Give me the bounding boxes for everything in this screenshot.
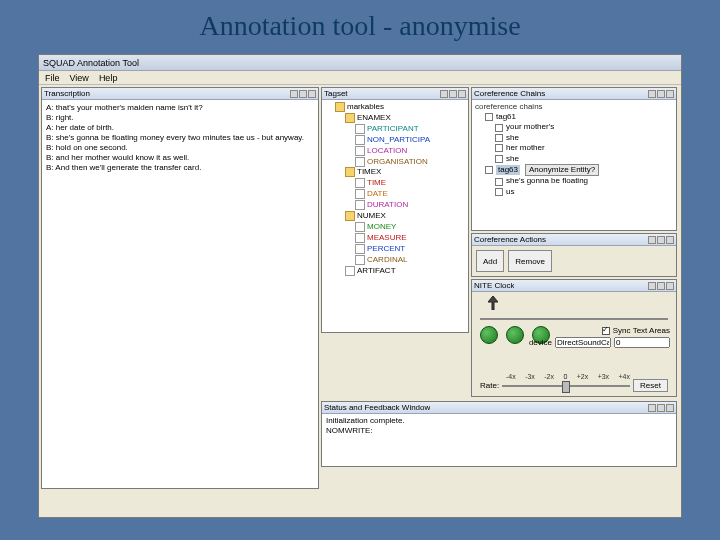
panel-header: Coreference Actions — [472, 234, 676, 246]
transcript-line[interactable]: B: she's gonna be floating money every t… — [46, 133, 314, 143]
max-icon[interactable] — [449, 90, 457, 98]
status-line: NOMWRITE: — [326, 426, 672, 436]
close-icon[interactable] — [666, 90, 674, 98]
transcript-line[interactable]: B: hold on one second. — [46, 143, 314, 153]
panel-header: Coreference Chains — [472, 88, 676, 100]
chains-body: coreference chains tag61 your mother's s… — [472, 100, 676, 199]
clock-options: Sync Text Areas device — [529, 326, 670, 350]
playhead-icon[interactable] — [488, 296, 498, 310]
panel-title: Coreference Actions — [474, 235, 546, 244]
tree-item[interactable]: DURATION — [355, 200, 465, 211]
checkbox-icon[interactable] — [495, 188, 503, 196]
transcription-panel: Transcription A: that's your mother's ma… — [41, 87, 319, 489]
transcript-line[interactable]: A: that's your mother's maiden name isn'… — [46, 103, 314, 113]
tree-item[interactable]: CARDINAL — [355, 255, 465, 266]
rewind-button[interactable] — [506, 326, 524, 344]
chain-item[interactable]: her mother — [495, 143, 673, 153]
transcript-line[interactable]: B: right. — [46, 113, 314, 123]
folder-icon — [485, 113, 493, 121]
remove-button[interactable]: Remove — [508, 250, 552, 272]
checkbox-icon[interactable] — [495, 124, 503, 132]
close-icon[interactable] — [666, 282, 674, 290]
min-icon[interactable] — [648, 404, 656, 412]
chain-group[interactable]: tag63Anonymize Entity? — [485, 164, 673, 176]
device-label: device — [529, 338, 552, 347]
device-field[interactable] — [555, 337, 611, 348]
tree-item[interactable]: NON_PARTICIPA — [355, 135, 465, 146]
tree-item[interactable]: DATE — [355, 189, 465, 200]
panel-title: Transcription — [44, 89, 90, 98]
chain-item[interactable]: she — [495, 154, 673, 164]
min-icon[interactable] — [648, 236, 656, 244]
max-icon[interactable] — [299, 90, 307, 98]
rate-label: Rate: — [480, 381, 499, 390]
reset-button[interactable]: Reset — [633, 379, 668, 392]
min-icon[interactable] — [290, 90, 298, 98]
slide-title: Annotation tool - anonymise — [0, 0, 720, 50]
min-icon[interactable] — [440, 90, 448, 98]
tree-item[interactable]: LOCATION — [355, 146, 465, 157]
add-button[interactable]: Add — [476, 250, 504, 272]
tree-item[interactable]: MEASURE — [355, 233, 465, 244]
tree-item[interactable]: ORGANISATION — [355, 157, 465, 168]
panel-title: Coreference Chains — [474, 89, 545, 98]
menubar: File View Help — [39, 71, 681, 85]
chain-item[interactable]: she's gonna be floating — [495, 176, 673, 186]
max-icon[interactable] — [657, 404, 665, 412]
checkbox-icon[interactable] — [495, 134, 503, 142]
rate-slider[interactable] — [502, 385, 630, 387]
max-icon[interactable] — [657, 282, 665, 290]
panel-header: Status and Feedback Window — [322, 402, 676, 414]
min-icon[interactable] — [648, 282, 656, 290]
tagset-tree: markables ENAMEX PARTICIPANT NON_PARTICI… — [322, 100, 468, 279]
checkbox-icon[interactable] — [495, 144, 503, 152]
tagset-panel: Tagset markables ENAMEX PARTICIPANT NON_… — [321, 87, 469, 333]
menu-help[interactable]: Help — [99, 73, 118, 83]
folder-icon — [485, 166, 493, 174]
close-icon[interactable] — [666, 404, 674, 412]
close-icon[interactable] — [308, 90, 316, 98]
panel-title: Status and Feedback Window — [324, 403, 430, 412]
coref-actions-panel: Coreference Actions Add Remove — [471, 233, 677, 277]
menu-file[interactable]: File — [45, 73, 60, 83]
tree-folder-enamex[interactable]: ENAMEX PARTICIPANT NON_PARTICIPA LOCATIO… — [345, 113, 465, 168]
min-icon[interactable] — [648, 90, 656, 98]
panel-title: Tagset — [324, 89, 348, 98]
panel-header: Transcription — [42, 88, 318, 100]
status-line: Initialization complete. — [326, 416, 672, 426]
close-icon[interactable] — [458, 90, 466, 98]
chain-item[interactable]: she — [495, 133, 673, 143]
transcript-line[interactable]: B: And then we'll generate the transfer … — [46, 163, 314, 173]
timeline-track[interactable] — [480, 318, 668, 320]
checkbox-icon[interactable] — [495, 155, 503, 163]
play-button[interactable] — [480, 326, 498, 344]
tree-folder-timex[interactable]: TIMEX TIME DATE DURATION — [345, 167, 465, 211]
chain-group[interactable]: tag61 — [485, 112, 673, 122]
transcript-line[interactable]: B: and her mother would know it as well. — [46, 153, 314, 163]
clock-panel: NITE Clock Sync Text Areas device -4x -3… — [471, 279, 677, 397]
application-window: SQUAD Annotation Tool File View Help Tra… — [38, 54, 682, 518]
transcript-line[interactable]: A: her date of birth. — [46, 123, 314, 133]
chain-item[interactable]: us — [495, 187, 673, 197]
status-panel: Status and Feedback Window Initializatio… — [321, 401, 677, 467]
app-title: SQUAD Annotation Tool — [43, 58, 139, 68]
sync-checkbox[interactable] — [602, 327, 610, 335]
tree-item[interactable]: MONEY — [355, 222, 465, 233]
tree-item[interactable]: PARTICIPANT — [355, 124, 465, 135]
checkbox-icon[interactable] — [495, 178, 503, 186]
chain-item[interactable]: your mother's — [495, 122, 673, 132]
tree-root[interactable]: markables ENAMEX PARTICIPANT NON_PARTICI… — [335, 102, 465, 277]
anonymise-badge[interactable]: Anonymize Entity? — [525, 164, 599, 176]
device-num-field[interactable] — [614, 337, 670, 348]
panel-title: NITE Clock — [474, 281, 514, 290]
tree-item[interactable]: PERCENT — [355, 244, 465, 255]
max-icon[interactable] — [657, 236, 665, 244]
tree-item-artifact[interactable]: ARTIFACT — [345, 266, 465, 277]
transcript-body: A: that's your mother's maiden name isn'… — [42, 100, 318, 176]
status-body: Initialization complete. NOMWRITE: — [322, 414, 676, 439]
menu-view[interactable]: View — [70, 73, 89, 83]
tree-folder-numex[interactable]: NUMEX MONEY MEASURE PERCENT CARDINAL — [345, 211, 465, 266]
close-icon[interactable] — [666, 236, 674, 244]
tree-item[interactable]: TIME — [355, 178, 465, 189]
max-icon[interactable] — [657, 90, 665, 98]
